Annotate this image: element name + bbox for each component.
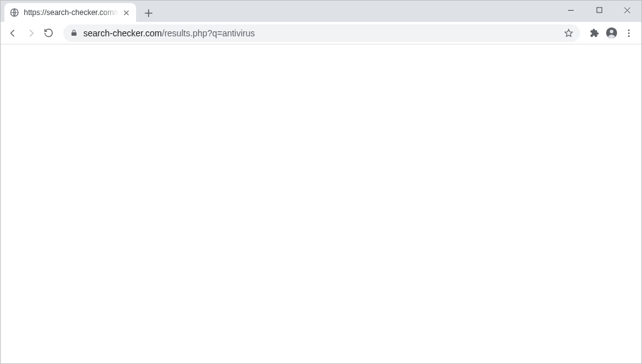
star-icon[interactable] (564, 28, 574, 38)
reload-button[interactable] (39, 24, 57, 42)
browser-toolbar: search-checker.com/results.php?q=antivir… (1, 22, 641, 44)
window-controls (557, 1, 641, 19)
forward-button[interactable] (22, 24, 39, 42)
svg-point-6 (628, 35, 630, 37)
extensions-button[interactable] (585, 24, 603, 42)
tab-title: https://search-checker.com/results.php?q… (24, 8, 121, 17)
menu-button[interactable] (620, 24, 638, 42)
minimize-button[interactable] (557, 1, 585, 19)
back-button[interactable] (4, 24, 22, 42)
svg-point-3 (609, 29, 613, 33)
tab-strip: https://search-checker.com/results.php?q… (1, 1, 641, 22)
url-text[interactable]: search-checker.com/results.php?q=antivir… (83, 28, 564, 38)
close-icon[interactable] (121, 8, 131, 18)
maximize-button[interactable] (585, 1, 613, 19)
svg-point-4 (628, 29, 630, 31)
lock-icon (70, 29, 78, 38)
globe-icon (9, 8, 19, 18)
address-bar[interactable]: search-checker.com/results.php?q=antivir… (63, 24, 580, 42)
new-tab-button[interactable] (140, 4, 157, 22)
window-close-button[interactable] (613, 1, 641, 19)
svg-point-5 (628, 32, 630, 34)
page-content (1, 44, 641, 363)
browser-tab[interactable]: https://search-checker.com/results.php?q… (4, 3, 136, 22)
svg-rect-1 (597, 8, 602, 13)
profile-button[interactable] (603, 24, 620, 42)
